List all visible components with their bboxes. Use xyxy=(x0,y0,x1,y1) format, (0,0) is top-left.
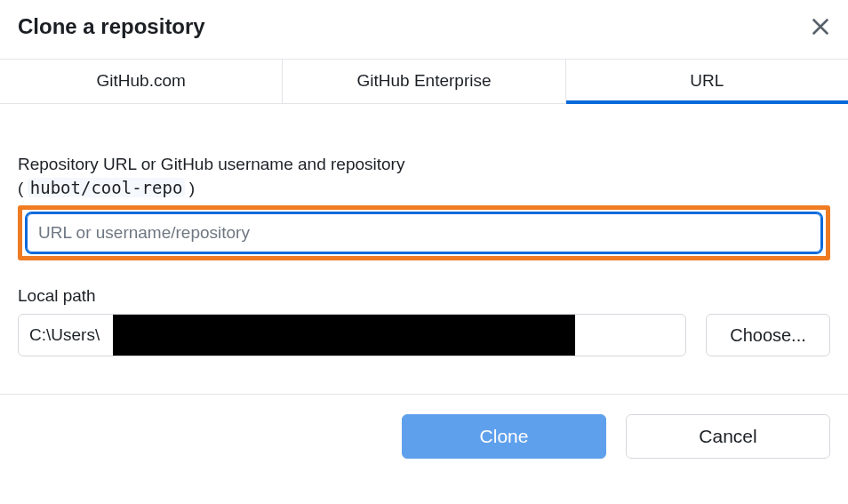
url-label: Repository URL or GitHub username and re… xyxy=(18,152,830,178)
choose-path-button[interactable]: Choose... xyxy=(706,314,830,356)
cancel-button[interactable]: Cancel xyxy=(626,414,830,459)
tab-github-enterprise[interactable]: GitHub Enterprise xyxy=(283,60,565,103)
clone-button[interactable]: Clone xyxy=(402,414,606,459)
tab-bar: GitHub.com GitHub Enterprise URL xyxy=(0,59,848,104)
close-icon[interactable] xyxy=(811,17,830,36)
dialog-title: Clone a repository xyxy=(18,14,205,39)
tab-url[interactable]: URL xyxy=(566,60,848,103)
url-highlight-annotation xyxy=(18,205,830,260)
repository-url-input[interactable] xyxy=(27,213,821,252)
localpath-label: Local path xyxy=(18,284,830,309)
tab-github-com[interactable]: GitHub.com xyxy=(0,60,283,103)
redacted-path-segment xyxy=(113,315,575,356)
url-hint: ( hubot/cool-repo ) xyxy=(18,178,830,198)
